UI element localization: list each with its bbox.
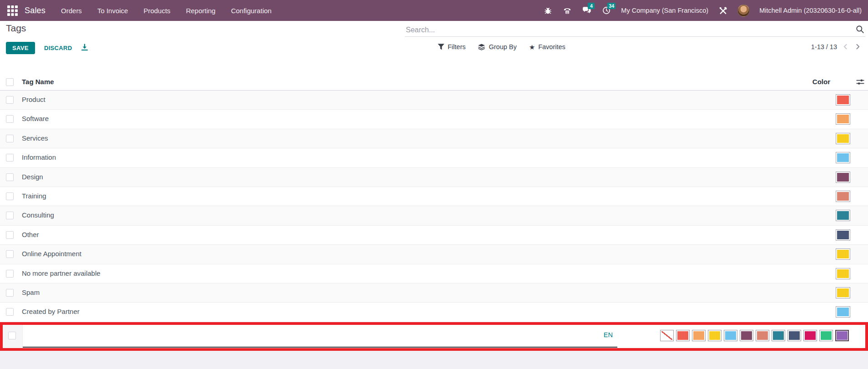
row-checkbox[interactable] xyxy=(6,192,14,200)
column-header-tag-name[interactable]: Tag Name xyxy=(22,78,54,86)
tag-color-swatch[interactable] xyxy=(836,287,850,298)
app-name[interactable]: Sales xyxy=(25,6,45,15)
row-checkbox[interactable] xyxy=(6,135,14,142)
color-option-6[interactable] xyxy=(756,330,769,341)
row-checkbox[interactable] xyxy=(6,289,14,297)
row-checkbox[interactable] xyxy=(6,270,14,278)
color-option-5[interactable] xyxy=(740,330,753,341)
table-row[interactable]: Spam xyxy=(0,283,868,303)
row-checkbox[interactable] xyxy=(6,173,14,181)
table-row[interactable]: Software xyxy=(0,110,868,129)
tag-name-cell[interactable]: Consulting xyxy=(22,211,54,219)
bug-icon[interactable] xyxy=(543,5,553,15)
color-option-4[interactable] xyxy=(724,330,737,341)
row-checkbox[interactable] xyxy=(6,308,14,316)
color-option-3[interactable] xyxy=(708,330,722,341)
pager-previous-icon[interactable] xyxy=(842,43,849,51)
table-row[interactable]: Services xyxy=(0,129,868,148)
funnel-icon xyxy=(438,44,444,50)
tag-name-cell[interactable]: Online Appointment xyxy=(22,250,81,258)
new-tag-name-field: EN xyxy=(23,325,617,348)
save-button[interactable]: SAVE xyxy=(6,42,35,54)
tag-name-cell[interactable]: Product xyxy=(22,96,45,103)
tag-name-cell[interactable]: Spam xyxy=(22,288,40,296)
menu-reporting[interactable]: Reporting xyxy=(186,7,216,15)
control-row: SAVE DISCARD Filters Group By ★ Favorite… xyxy=(0,42,868,56)
color-option-2[interactable] xyxy=(692,330,706,341)
table-row[interactable]: Other xyxy=(0,226,868,245)
filters-button[interactable]: Filters xyxy=(438,43,465,51)
row-checkbox[interactable] xyxy=(6,212,14,219)
edit-row-checkbox-cell xyxy=(3,325,23,348)
menu-products[interactable]: Products xyxy=(143,7,170,15)
discard-button[interactable]: DISCARD xyxy=(40,42,76,54)
color-option-9[interactable] xyxy=(803,330,817,341)
menu-configuration[interactable]: Configuration xyxy=(231,7,272,15)
translation-language-badge[interactable]: EN xyxy=(604,331,613,339)
tag-color-swatch[interactable] xyxy=(836,191,850,202)
row-checkbox[interactable] xyxy=(6,231,14,239)
tag-name-cell[interactable]: Created by Partner xyxy=(22,308,80,315)
color-option-1[interactable] xyxy=(676,330,690,341)
tag-color-swatch[interactable] xyxy=(836,152,850,163)
row-checkbox[interactable] xyxy=(6,250,14,258)
row-checkbox[interactable] xyxy=(6,115,14,123)
tag-color-swatch[interactable] xyxy=(836,210,850,221)
tag-name-cell[interactable]: Software xyxy=(22,115,49,122)
tag-name-cell[interactable]: Other xyxy=(22,231,39,238)
table-row[interactable]: Created by Partner xyxy=(0,303,868,322)
messages-icon[interactable]: 4 xyxy=(582,5,592,15)
grid-icon xyxy=(7,5,18,16)
tag-name-cell[interactable]: Information xyxy=(22,153,56,161)
view-footer-area xyxy=(0,351,868,369)
pager-next-icon[interactable] xyxy=(854,43,862,51)
color-option-none[interactable] xyxy=(660,330,674,341)
row-checkbox[interactable] xyxy=(6,96,14,104)
table-row[interactable]: Training xyxy=(0,187,868,206)
tag-color-swatch[interactable] xyxy=(836,113,850,125)
optional-columns-icon[interactable] xyxy=(856,78,864,86)
tag-color-swatch[interactable] xyxy=(836,94,850,106)
color-option-10[interactable] xyxy=(819,330,833,341)
tag-color-swatch[interactable] xyxy=(836,172,850,183)
menu-orders[interactable]: Orders xyxy=(61,7,82,15)
user-menu[interactable]: Mitchell Admin (20320630-16-0-all) xyxy=(759,7,862,14)
tag-color-swatch[interactable] xyxy=(836,133,850,144)
layers-icon xyxy=(478,44,485,51)
color-option-11[interactable] xyxy=(835,330,849,341)
tag-name-cell[interactable]: No more partner available xyxy=(22,269,101,277)
table-row[interactable]: No more partner available xyxy=(0,264,868,283)
group-by-button[interactable]: Group By xyxy=(478,43,516,51)
apps-menu-icon[interactable] xyxy=(5,3,20,18)
company-switcher[interactable]: My Company (San Francisco) xyxy=(621,7,708,14)
tag-name-cell[interactable]: Design xyxy=(22,173,43,181)
table-row[interactable]: Information xyxy=(0,148,868,167)
user-avatar[interactable] xyxy=(737,5,750,17)
tag-color-swatch[interactable] xyxy=(836,248,850,260)
tools-icon[interactable] xyxy=(718,5,728,15)
column-header-color[interactable]: Color xyxy=(812,78,830,86)
search-icon[interactable] xyxy=(856,25,864,34)
table-row[interactable]: Consulting xyxy=(0,206,868,225)
tag-name-cell[interactable]: Training xyxy=(22,192,46,200)
tag-color-swatch[interactable] xyxy=(836,306,850,318)
tag-color-swatch[interactable] xyxy=(836,268,850,279)
favorites-button[interactable]: ★ Favorites xyxy=(529,43,565,51)
table-row[interactable]: Design xyxy=(0,168,868,187)
table-row[interactable]: Product xyxy=(0,91,868,110)
edit-row-checkbox[interactable] xyxy=(8,332,16,339)
color-option-7[interactable] xyxy=(772,330,785,341)
color-option-8[interactable] xyxy=(787,330,801,341)
new-tag-name-input[interactable] xyxy=(25,329,596,344)
favorites-label: Favorites xyxy=(538,43,565,51)
select-all-checkbox[interactable] xyxy=(6,78,14,86)
tag-name-cell[interactable]: Services xyxy=(22,134,48,142)
row-checkbox[interactable] xyxy=(6,154,14,162)
export-download-icon[interactable] xyxy=(81,44,88,51)
activities-clock-icon[interactable]: 34 xyxy=(601,5,611,15)
menu-to-invoice[interactable]: To Invoice xyxy=(97,7,128,15)
phone-icon[interactable] xyxy=(562,5,572,15)
tag-color-swatch[interactable] xyxy=(836,229,850,241)
search-input[interactable] xyxy=(405,24,848,36)
table-row[interactable]: Online Appointment xyxy=(0,245,868,264)
